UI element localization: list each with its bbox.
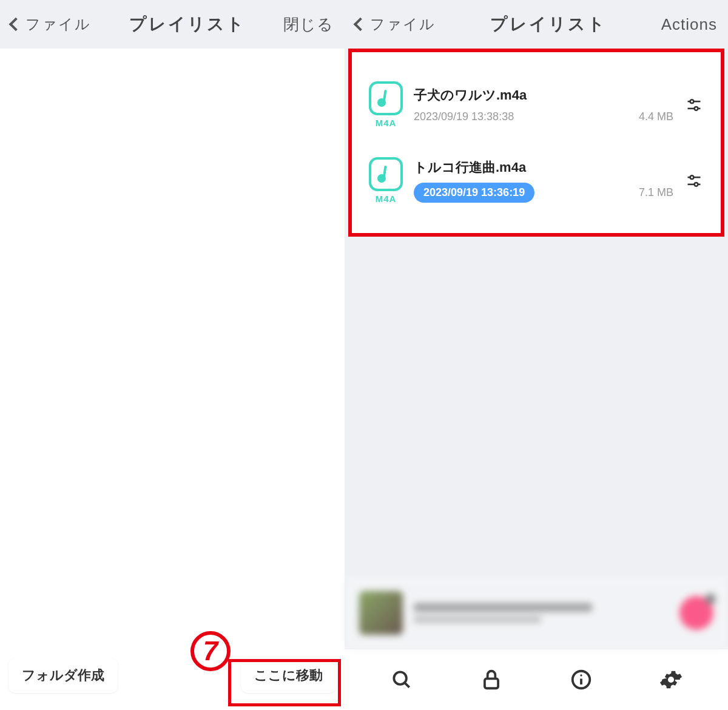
back-label: ファイル — [370, 15, 436, 34]
header-left: ファイル プレイリスト 閉じる — [0, 0, 345, 49]
svg-point-14 — [668, 677, 674, 683]
file-name: 子犬のワルツ.m4a — [414, 86, 673, 104]
actions-button[interactable]: Actions — [661, 15, 717, 34]
options-icon[interactable] — [684, 171, 704, 191]
search-icon[interactable] — [388, 666, 415, 693]
svg-line-9 — [405, 683, 410, 688]
file-type-icon: M4A — [369, 81, 403, 128]
file-type-icon: M4A — [369, 157, 403, 204]
right-pane: ファイル プレイリスト Actions M4A 子犬のワルツ.m4a 2023/… — [345, 0, 728, 710]
back-button[interactable]: ファイル — [356, 15, 436, 34]
svg-point-5 — [690, 175, 694, 179]
svg-point-7 — [695, 182, 698, 186]
svg-point-13 — [580, 674, 582, 676]
move-here-button[interactable]: ここに移動 — [241, 658, 336, 693]
music-note-icon — [369, 157, 403, 191]
file-size: 7.1 MB — [639, 186, 673, 199]
file-row[interactable]: M4A トルコ行進曲.m4a 2023/09/19 13:36:19 7.1 M… — [358, 143, 715, 218]
close-button[interactable]: 閉じる — [283, 14, 334, 35]
tab-bar — [345, 649, 728, 710]
svg-point-3 — [695, 106, 698, 110]
gear-icon[interactable] — [658, 666, 684, 693]
file-size: 4.4 MB — [639, 110, 673, 123]
chevron-left-icon — [9, 18, 23, 32]
back-label: ファイル — [25, 15, 91, 34]
file-list-highlighted: M4A 子犬のワルツ.m4a 2023/09/19 13:38:38 4.4 M… — [348, 49, 724, 237]
lock-icon[interactable] — [478, 666, 505, 693]
page-title: プレイリスト — [129, 13, 246, 36]
spacer — [345, 237, 728, 576]
info-icon[interactable] — [568, 666, 595, 693]
now-playing-bar[interactable] — [345, 576, 728, 649]
file-name: トルコ行進曲.m4a — [414, 158, 673, 177]
annotation-step-badge: 7 — [190, 631, 231, 671]
create-folder-button[interactable]: フォルダ作成 — [8, 658, 118, 693]
file-date-highlighted: 2023/09/19 13:36:19 — [414, 183, 534, 203]
empty-content — [0, 49, 345, 649]
play-button-icon[interactable] — [679, 596, 713, 630]
file-row[interactable]: M4A 子犬のワルツ.m4a 2023/09/19 13:38:38 4.4 M… — [358, 67, 715, 143]
file-ext-label: M4A — [376, 118, 397, 128]
left-pane: ファイル プレイリスト 閉じる フォルダ作成 ここに移動 7 — [0, 0, 345, 710]
file-ext-label: M4A — [376, 194, 397, 204]
footer-bar: フォルダ作成 ここに移動 7 — [0, 649, 345, 710]
file-meta: トルコ行進曲.m4a 2023/09/19 13:36:19 7.1 MB — [414, 158, 673, 203]
back-button[interactable]: ファイル — [11, 15, 91, 34]
album-art — [359, 591, 403, 635]
chevron-left-icon — [354, 18, 368, 32]
music-note-icon — [369, 81, 403, 115]
file-date: 2023/09/19 13:38:38 — [414, 110, 514, 123]
page-title: プレイリスト — [490, 13, 607, 36]
file-meta: 子犬のワルツ.m4a 2023/09/19 13:38:38 4.4 MB — [414, 86, 673, 123]
options-icon[interactable] — [684, 95, 704, 115]
svg-point-8 — [394, 672, 406, 685]
player-text — [414, 603, 669, 623]
svg-rect-10 — [485, 678, 498, 688]
svg-point-1 — [690, 100, 694, 103]
header-right: ファイル プレイリスト Actions — [345, 0, 728, 49]
